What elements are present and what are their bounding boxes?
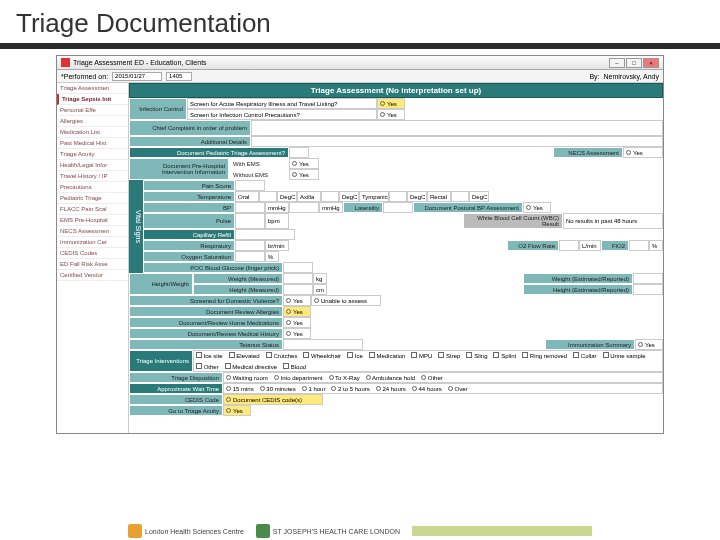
necs-value[interactable]: Yes — [623, 147, 663, 158]
additional-details-input[interactable] — [251, 136, 663, 147]
option[interactable]: 24 hours — [376, 386, 406, 392]
sidebar-item[interactable]: Travel History / IP — [57, 171, 128, 182]
option[interactable]: MPU — [411, 352, 432, 359]
performed-label: *Performed on: — [61, 73, 108, 80]
sidebar-item[interactable]: Precautions — [57, 182, 128, 193]
o2sat-unit: % — [265, 251, 279, 262]
dv-yes[interactable]: Yes — [283, 295, 311, 306]
hw-label: Height/Weight — [129, 273, 193, 295]
option[interactable]: Other — [421, 375, 443, 381]
sidebar-item[interactable]: Health/Legal Infor — [57, 160, 128, 171]
poc-glucose-input[interactable] — [283, 262, 313, 273]
ipac-screen-value[interactable]: Yes — [377, 109, 405, 120]
dm-yes[interactable]: Yes — [283, 317, 311, 328]
da-yes[interactable]: Yes — [283, 306, 311, 317]
bp-sys-input[interactable] — [235, 202, 265, 213]
bp-dia-input[interactable] — [289, 202, 319, 213]
capillary-input[interactable] — [235, 229, 295, 240]
option[interactable]: Collar — [573, 352, 596, 359]
sidebar-item[interactable]: Past Medical Hist — [57, 138, 128, 149]
gta-yes[interactable]: Yes — [223, 405, 251, 416]
fio2-input[interactable] — [629, 240, 649, 251]
panel-header: Triage Assessment (No interpretation set… — [129, 83, 663, 98]
option[interactable]: 2 to 5 hours — [331, 386, 369, 392]
time-input[interactable] — [166, 72, 192, 81]
option[interactable]: Ice — [347, 352, 363, 359]
option[interactable]: Urine sample — [603, 352, 646, 359]
option[interactable]: 1 hour — [302, 386, 326, 392]
option[interactable]: Waiting room — [226, 375, 268, 381]
option[interactable]: 30 minutes — [260, 386, 296, 392]
sidebar-item[interactable]: FLACC Pain Scal — [57, 204, 128, 215]
tetanus-input[interactable] — [283, 339, 363, 350]
maximize-button[interactable]: □ — [626, 58, 642, 68]
sidebar-item[interactable]: EMS Pre-Hospital — [57, 215, 128, 226]
weight-m-input[interactable] — [283, 273, 313, 284]
option[interactable]: Ring removed — [522, 352, 567, 359]
option[interactable]: Strep — [438, 352, 460, 359]
option[interactable]: Sling — [466, 352, 487, 359]
option[interactable]: Crutches — [266, 352, 298, 359]
sidebar-item[interactable]: Triage Sepsis Init — [57, 94, 128, 105]
minimize-button[interactable]: – — [609, 58, 625, 68]
with-ems-value[interactable]: Yes — [289, 158, 319, 169]
sidebar-item[interactable]: Medication List — [57, 127, 128, 138]
sidebar-item[interactable]: Allergies — [57, 116, 128, 127]
o2sat-input[interactable] — [235, 251, 265, 262]
option[interactable]: Ice site — [196, 352, 223, 359]
date-input[interactable] — [112, 72, 162, 81]
sidebar-item[interactable]: Triage Assessmen — [57, 83, 128, 94]
sidebar-item[interactable]: NECS Assessmen — [57, 226, 128, 237]
option[interactable]: To X-Ray — [329, 375, 360, 381]
option[interactable]: Medication — [369, 352, 406, 359]
laterality-input[interactable] — [383, 202, 413, 213]
resp-screen-value[interactable]: Yes — [377, 98, 405, 109]
option[interactable]: Medical directive — [225, 363, 277, 370]
sidebar-item[interactable]: ED Fall Risk Asse — [57, 259, 128, 270]
height-e-input[interactable] — [633, 284, 663, 295]
peds-triage-value[interactable] — [289, 147, 309, 158]
option[interactable]: Splint — [493, 352, 516, 359]
pulse-input[interactable] — [235, 213, 265, 229]
weight-e-input[interactable] — [633, 273, 663, 284]
bp-label: BP — [143, 202, 235, 213]
temp-axilla-input[interactable] — [321, 191, 339, 202]
option[interactable]: Wheelchair — [303, 352, 341, 359]
option[interactable]: Into department — [274, 375, 323, 381]
sidebar-item[interactable]: Certified Vendor — [57, 270, 128, 281]
bp-unit2: mmHg — [319, 202, 343, 213]
sidebar-item[interactable]: Triage Acuity — [57, 149, 128, 160]
option[interactable]: Blood — [283, 363, 306, 370]
o2flow-input[interactable] — [559, 240, 579, 251]
sidebar-item[interactable]: CEDIS Codes — [57, 248, 128, 259]
temp-rectal-input[interactable] — [451, 191, 469, 202]
user-name: Nemirovsky, Andy — [604, 73, 660, 80]
pain-input[interactable] — [235, 180, 265, 191]
option[interactable]: Elevated — [229, 352, 260, 359]
dh-yes[interactable]: Yes — [283, 328, 311, 339]
cedis-button[interactable]: Document CEDIS code(s) — [223, 394, 323, 405]
option[interactable]: Over — [448, 386, 468, 392]
sidebar-item[interactable]: Immunization Cer — [57, 237, 128, 248]
close-button[interactable]: × — [643, 58, 659, 68]
dv-unable[interactable]: Unable to assess — [311, 295, 381, 306]
ti-options: Ice site Elevated Crutches Wheelchair Ic… — [193, 350, 663, 372]
height-m-input[interactable] — [283, 284, 313, 295]
option[interactable]: 44 hours — [412, 386, 442, 392]
imm-yes[interactable]: Yes — [635, 339, 663, 350]
without-ems-value[interactable]: Yes — [289, 169, 319, 180]
temp-oral-input[interactable] — [259, 191, 277, 202]
chief-complaint-input[interactable] — [251, 120, 663, 136]
app-icon — [61, 58, 70, 67]
option[interactable]: Other — [196, 363, 219, 370]
sidebar-item[interactable]: Pediatric Triage — [57, 193, 128, 204]
temp-tymp-input[interactable] — [389, 191, 407, 202]
height-e-label: Height (Estimated/Reported) — [523, 284, 633, 295]
with-ems-label: With EMS — [229, 158, 289, 169]
option[interactable]: Ambulance hold — [366, 375, 415, 381]
sidebar-item[interactable]: Personal Effe — [57, 105, 128, 116]
aw-options: 15 mins 30 minutes 1 hour 2 to 5 hours 2… — [223, 383, 663, 394]
resp-input[interactable] — [235, 240, 265, 251]
postural-bp-value[interactable]: Yes — [523, 202, 551, 213]
option[interactable]: 15 mins — [226, 386, 254, 392]
